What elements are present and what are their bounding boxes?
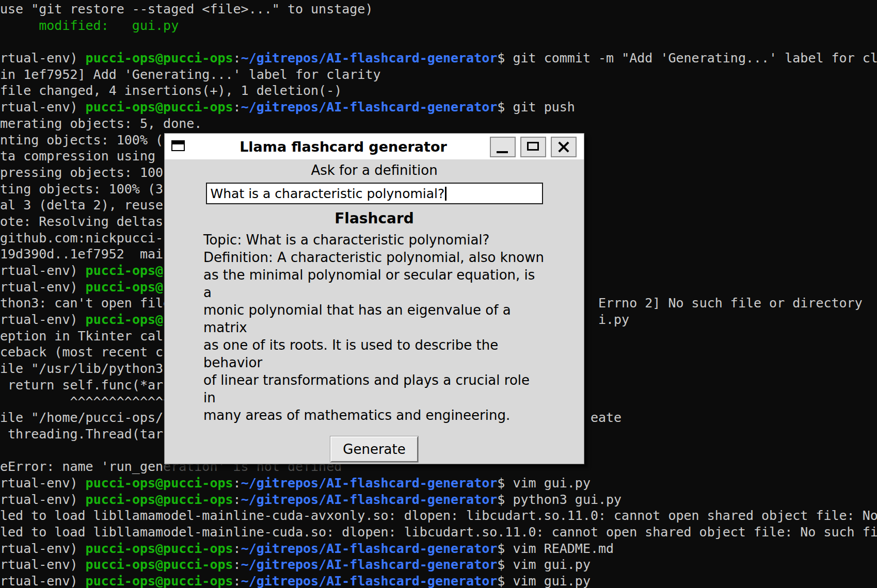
flashcard-line: of linear transformations and plays a cr…	[203, 371, 545, 406]
terminal-line: rtual-env) pucci-ops@pucci-ops:~/gitrepo…	[0, 573, 877, 588]
question-input[interactable]: What is a characteristic polynomial?	[206, 183, 543, 204]
terminal-line	[0, 34, 877, 50]
terminal-line: rtual-env) pucci-ops@pucci-ops:~/gitrepo…	[0, 492, 877, 508]
terminal-line: rtual-env) pucci-ops@pucci-ops:~/gitrepo…	[0, 50, 877, 67]
question-input-value: What is a characteristic polynomial?	[211, 186, 445, 201]
terminal-line: led to load libllamamodel-mainline-cuda.…	[0, 524, 877, 541]
window-menu-icon[interactable]	[171, 140, 185, 151]
ask-definition-label: Ask for a definition	[165, 162, 584, 178]
terminal-line: rtual-env) pucci-ops@pucci-ops:~/gitrepo…	[0, 475, 877, 492]
terminal-line: merating objects: 5, done.	[0, 116, 877, 132]
terminal-line: rtual-env) pucci-ops@pucci-ops:~/gitrepo…	[0, 541, 877, 557]
flashcard-window: Llama flashcard generator Ask for a defi…	[164, 133, 584, 464]
text-cursor	[445, 187, 447, 201]
terminal-line: rtual-env) pucci-ops@pucci-ops:~/gitrepo…	[0, 99, 877, 116]
terminal-line: modified: gui.py	[0, 18, 877, 34]
flashcard-heading: Flashcard	[165, 210, 584, 227]
terminal-line: file changed, 4 insertions(+), 1 deletio…	[0, 83, 877, 99]
flashcard-line: Definition: A characteristic polynomial,…	[203, 249, 545, 266]
flashcard-line: as one of its roots. It is used to descr…	[203, 336, 545, 371]
minimize-button[interactable]	[490, 137, 516, 157]
minimize-icon	[497, 151, 508, 153]
flashcard-line: many areas of mathematics and engineerin…	[203, 406, 545, 424]
terminal-line: rtual-env) pucci-ops@pucci-ops:~/gitrepo…	[0, 557, 877, 573]
maximize-icon	[527, 142, 539, 151]
maximize-button[interactable]	[520, 137, 546, 157]
flashcard-line: Topic: What is a characteristic polynomi…	[203, 231, 545, 249]
flashcard-line: as the minimal polynomial or secular equ…	[203, 266, 545, 301]
terminal-line: in 1ef7952] Add 'Generating...' label fo…	[0, 67, 877, 83]
flashcard-text: Topic: What is a characteristic polynomi…	[203, 231, 545, 424]
flashcard-line: monic polynomial that has an eigenvalue …	[203, 301, 545, 336]
terminal-line: led to load libllamamodel-mainline-cuda-…	[0, 508, 877, 524]
generate-button[interactable]: Generate	[330, 436, 418, 462]
terminal-line: use "git restore --staged <file>..." to …	[0, 1, 877, 18]
close-button[interactable]	[551, 137, 577, 157]
window-titlebar[interactable]: Llama flashcard generator	[165, 134, 584, 159]
